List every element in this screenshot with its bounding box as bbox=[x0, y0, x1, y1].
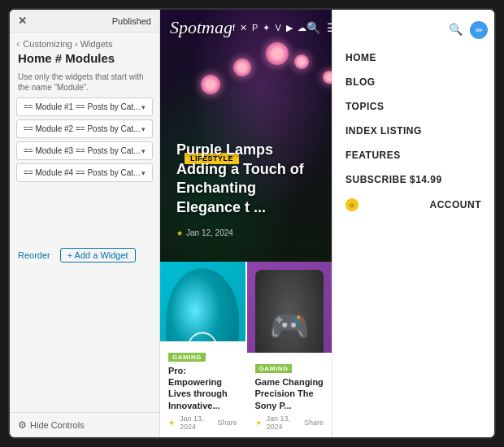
card-2-content: GAMING Game Changing Precision The Sony … bbox=[247, 353, 332, 437]
card-1-date: Jan 13, 2024 bbox=[180, 414, 212, 431]
hint-text: Use only the widgets that start with the… bbox=[10, 68, 159, 98]
widget-label: == Module #3 == Posts by Cat... bbox=[24, 146, 140, 155]
nav-item-subscribe[interactable]: SUBSCRIBE $14.99 bbox=[332, 167, 494, 192]
lamp-decoration bbox=[233, 59, 251, 76]
breadcrumb: ‹ Customizing › Widgets bbox=[10, 33, 159, 51]
nav-item-topics[interactable]: TOPICS bbox=[332, 94, 494, 119]
card-2: 🎮 GAMING Game Changing Precision The Son… bbox=[247, 262, 332, 437]
section-title: Home # Modules bbox=[10, 51, 159, 68]
widget-list: == Module #1 == Posts by Cat... ▾ == Mod… bbox=[10, 98, 159, 241]
gear-icon: ⚙ bbox=[18, 419, 27, 431]
card-1-tag: GAMING bbox=[168, 353, 206, 362]
chevron-down-icon: ▾ bbox=[141, 147, 146, 155]
controller-icon: 🎮 bbox=[269, 306, 310, 345]
site-logo: Spotmag bbox=[170, 17, 232, 38]
widget-label: == Module #1 == Posts by Cat... bbox=[24, 102, 140, 111]
card-1-content: GAMING Pro: Empowering Lives through Inn… bbox=[160, 341, 245, 437]
card-2-title: Game Changing Precision The Sony P... bbox=[255, 376, 324, 411]
lamp-decoration bbox=[266, 42, 289, 65]
card-2-date-row: ★ Jan 13, 2024 Share bbox=[255, 414, 324, 431]
nav-overlay-top: 🔍 ✏ bbox=[332, 18, 494, 42]
card-1-date-row: ★ Jan 13, 2024 Share bbox=[168, 414, 237, 431]
widget-item[interactable]: == Module #1 == Posts by Cat... ▾ bbox=[16, 98, 153, 116]
header-right: 🔍 ☰ bbox=[306, 21, 332, 34]
card-2-date: Jan 13, 2024 bbox=[267, 414, 299, 431]
close-button[interactable]: ✕ bbox=[18, 15, 27, 27]
vimeo-icon[interactable]: V bbox=[275, 23, 280, 33]
widget-item[interactable]: == Module #3 == Posts by Cat... ▾ bbox=[16, 141, 153, 160]
site-preview: Spotmag f ✕ P ✦ V ▶ ☁ 🔍 ☰ LIF bbox=[160, 10, 494, 437]
site-header: Spotmag f ✕ P ✦ V ▶ ☁ 🔍 ☰ bbox=[160, 10, 332, 46]
star-icon: ★ bbox=[168, 419, 175, 427]
reorder-link[interactable]: Reorder bbox=[18, 250, 50, 260]
widget-label: == Module #4 == Posts by Cat... bbox=[24, 168, 140, 177]
chevron-down-icon: ▾ bbox=[141, 125, 146, 133]
panel-footer: ⚙ Hide Controls bbox=[10, 412, 159, 437]
pinterest-icon[interactable]: P bbox=[252, 23, 258, 33]
main-content-area: Spotmag f ✕ P ✦ V ▶ ☁ 🔍 ☰ LIF bbox=[160, 10, 332, 437]
lamp-decoration bbox=[323, 71, 332, 84]
reorder-row: Reorder + Add a Widget bbox=[10, 241, 159, 269]
customizer-panel: ✕ Published ‹ Customizing › Widgets Home… bbox=[10, 10, 160, 437]
nav-overlay: 🔍 ✏ HOME BLOG TOPICS INDEX LISTING FEATU… bbox=[332, 10, 494, 437]
star-icon: ★ bbox=[255, 419, 262, 427]
card-1-title: Pro: Empowering Lives through Innovative… bbox=[168, 365, 237, 411]
nav-item-account[interactable]: ☺ ACCOUNT bbox=[332, 192, 494, 218]
nav-item-home[interactable]: HOME bbox=[332, 46, 494, 70]
widget-item[interactable]: == Module #2 == Posts by Cat... ▾ bbox=[16, 119, 153, 138]
nav-item-index[interactable]: INDEX LISTING bbox=[332, 119, 494, 143]
card-1-share[interactable]: Share bbox=[217, 419, 237, 427]
published-button[interactable]: Published bbox=[112, 16, 151, 26]
twitter-icon[interactable]: ✕ bbox=[240, 23, 247, 33]
hero-background bbox=[160, 10, 332, 262]
lamp-decoration bbox=[201, 75, 220, 94]
edit-icon[interactable]: ✏ bbox=[470, 21, 488, 39]
card-2-tag: GAMING bbox=[255, 364, 293, 373]
nav-item-blog[interactable]: BLOG bbox=[332, 70, 494, 94]
hero-date: ★ Jan 12, 2024 bbox=[176, 228, 233, 237]
chevron-down-icon: ▾ bbox=[141, 103, 146, 111]
hide-controls-button[interactable]: Hide Controls bbox=[30, 420, 85, 430]
star-icon: ★ bbox=[176, 229, 183, 237]
social-icons-row: f ✕ P ✦ V ▶ ☁ bbox=[232, 23, 306, 33]
soundcloud-icon[interactable]: ☁ bbox=[298, 23, 306, 33]
widget-item[interactable]: == Module #4 == Posts by Cat... ▾ bbox=[16, 163, 153, 182]
hero-title: Purple Lamps Adding a Touch of Enchantin… bbox=[176, 141, 315, 217]
main-window: ✕ Published ‹ Customizing › Widgets Home… bbox=[8, 8, 496, 439]
card-2-share[interactable]: Share bbox=[304, 419, 324, 427]
lamp-decoration bbox=[294, 54, 309, 69]
facebook-icon[interactable]: f bbox=[232, 23, 235, 33]
back-arrow-icon[interactable]: ‹ bbox=[16, 37, 20, 50]
chevron-down-icon: ▾ bbox=[141, 169, 146, 177]
search-icon[interactable]: 🔍 bbox=[447, 21, 463, 37]
card-grid: ▶ GAMING Pro: Empowering Lives through I… bbox=[160, 262, 332, 437]
nav-menu: HOME BLOG TOPICS INDEX LISTING FEATURES … bbox=[332, 46, 494, 218]
breadcrumb-text: Customizing › Widgets bbox=[23, 39, 112, 49]
nav-account-label: ACCOUNT bbox=[430, 199, 482, 210]
instagram-icon[interactable]: ✦ bbox=[263, 23, 270, 33]
account-circle-icon: ☺ bbox=[345, 198, 358, 211]
nav-item-features[interactable]: FEATURES bbox=[332, 143, 494, 167]
card-1: ▶ GAMING Pro: Empowering Lives through I… bbox=[160, 262, 245, 437]
widget-label: == Module #2 == Posts by Cat... bbox=[24, 124, 140, 133]
add-widget-button[interactable]: + Add a Widget bbox=[60, 248, 136, 263]
search-icon[interactable]: 🔍 bbox=[306, 21, 320, 34]
panel-header: ✕ Published bbox=[10, 10, 159, 33]
youtube-icon[interactable]: ▶ bbox=[286, 23, 293, 33]
hero-section: Spotmag f ✕ P ✦ V ▶ ☁ 🔍 ☰ LIF bbox=[160, 10, 332, 262]
